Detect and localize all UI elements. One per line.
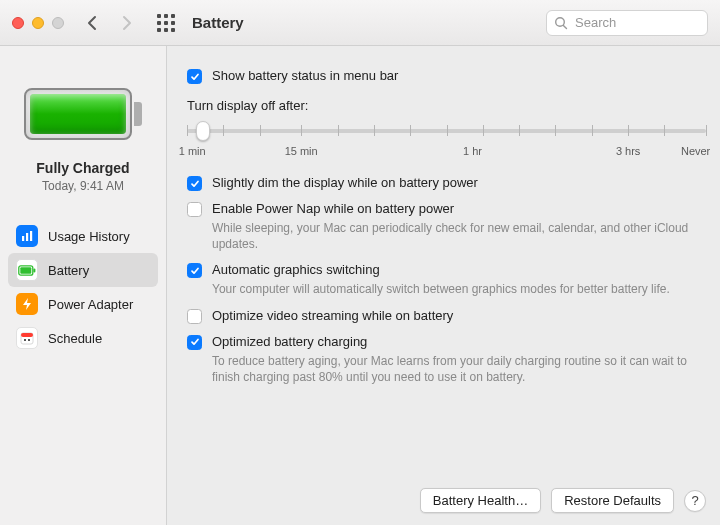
checkbox-optimized-charging[interactable] [187, 335, 202, 350]
checkbox-optimize-video[interactable] [187, 309, 202, 324]
sidebar-item-label: Power Adapter [48, 297, 133, 312]
slider-title: Turn display off after: [187, 98, 706, 113]
window-controls [12, 17, 64, 29]
svg-line-1 [563, 25, 566, 28]
battery-status: Fully Charged [36, 160, 129, 176]
battery-large-icon [24, 88, 142, 140]
battery-timestamp: Today, 9:41 AM [42, 179, 124, 193]
forward-button [114, 9, 138, 37]
display-off-slider[interactable] [187, 121, 706, 141]
label-dim-display: Slightly dim the display while on batter… [212, 175, 478, 190]
back-button[interactable] [80, 9, 104, 37]
restore-defaults-button[interactable]: Restore Defaults [551, 488, 674, 513]
checkbox-power-nap[interactable] [187, 202, 202, 217]
svg-rect-4 [30, 231, 32, 241]
search-field-wrap [546, 10, 708, 36]
search-icon [554, 16, 568, 30]
slider-labels: 1 min 15 min 1 hr 3 hrs Never [187, 145, 706, 161]
content-pane: Show battery status in menu bar Turn dis… [167, 46, 720, 525]
zoom-window-button [52, 17, 64, 29]
svg-rect-9 [21, 333, 33, 337]
desc-auto-graphics: Your computer will automatically switch … [212, 281, 706, 297]
search-input[interactable] [546, 10, 708, 36]
minimize-window-button[interactable] [32, 17, 44, 29]
sidebar-item-label: Usage History [48, 229, 130, 244]
checkbox-show-status[interactable] [187, 69, 202, 84]
battery-icon [16, 259, 38, 281]
sidebar: Fully Charged Today, 9:41 AM Usage Histo… [0, 46, 167, 525]
sidebar-item-power-adapter[interactable]: Power Adapter [8, 287, 158, 321]
sidebar-item-schedule[interactable]: Schedule [8, 321, 158, 355]
sidebar-item-battery[interactable]: Battery [8, 253, 158, 287]
checkbox-dim-display[interactable] [187, 176, 202, 191]
label-optimized-charging: Optimized battery charging [212, 334, 367, 349]
sidebar-item-label: Schedule [48, 331, 102, 346]
sidebar-item-label: Battery [48, 263, 89, 278]
label-auto-graphics: Automatic graphics switching [212, 262, 380, 277]
help-button[interactable]: ? [684, 490, 706, 512]
label-optimize-video: Optimize video streaming while on batter… [212, 308, 453, 323]
toolbar: Battery [0, 0, 720, 46]
chart-icon [16, 225, 38, 247]
sidebar-item-usage-history[interactable]: Usage History [8, 219, 158, 253]
slider-knob[interactable] [196, 121, 210, 141]
svg-rect-7 [33, 268, 35, 272]
svg-rect-10 [24, 339, 26, 341]
svg-rect-11 [28, 339, 30, 341]
desc-optimized-charging: To reduce battery aging, your Mac learns… [212, 353, 706, 385]
calendar-icon [16, 327, 38, 349]
bolt-icon [16, 293, 38, 315]
desc-power-nap: While sleeping, your Mac can periodicall… [212, 220, 706, 252]
close-window-button[interactable] [12, 17, 24, 29]
window-title: Battery [192, 14, 244, 31]
checkbox-auto-graphics[interactable] [187, 263, 202, 278]
svg-rect-2 [22, 236, 24, 241]
label-power-nap: Enable Power Nap while on battery power [212, 201, 454, 216]
show-all-button[interactable] [154, 9, 178, 37]
svg-rect-6 [20, 267, 31, 273]
svg-rect-3 [26, 233, 28, 241]
grid-icon [157, 14, 175, 32]
label-show-status: Show battery status in menu bar [212, 68, 398, 83]
battery-health-button[interactable]: Battery Health… [420, 488, 541, 513]
